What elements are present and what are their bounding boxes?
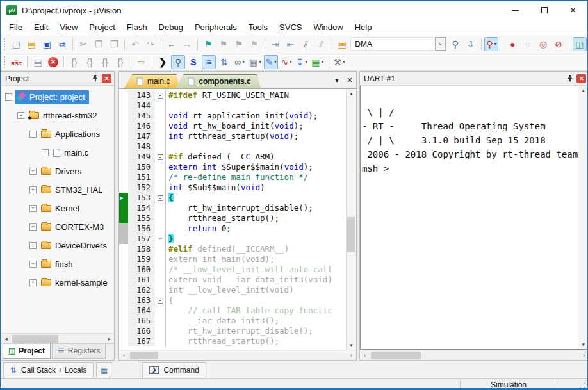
dropdown-arrow-icon[interactable]: ▾ [305, 59, 307, 65]
scroll-thumb[interactable] [347, 217, 355, 252]
save-button[interactable]: ▣ [40, 37, 54, 51]
memory-window-button[interactable]: ▦▾ [248, 55, 263, 69]
symbol-window-button[interactable]: S [186, 55, 200, 69]
navigate-back-button[interactable]: ← [165, 37, 179, 51]
tree-item-body[interactable]: Kernel [40, 202, 83, 216]
serial-window-button[interactable]: ✎▾ [264, 55, 278, 69]
scroll-right-icon[interactable]: ▸ [104, 334, 114, 343]
start-stop-debug-button[interactable]: ⚲▾ [484, 37, 498, 51]
dropdown-arrow-icon[interactable]: ▾ [259, 59, 261, 65]
trace-window-button[interactable]: ↧▾ [295, 55, 309, 69]
scroll-down-icon[interactable]: ▾ [347, 341, 356, 350]
tree-item-main-c[interactable]: +main.c [1, 143, 114, 162]
pin-icon[interactable] [91, 74, 100, 83]
clear-bookmarks-button[interactable]: ⚑ [247, 37, 261, 51]
tree-item-body[interactable]: Project: project [15, 90, 89, 104]
tab-project[interactable]: ◫Project [3, 344, 51, 359]
scroll-right-icon[interactable]: › [347, 351, 356, 360]
menu-project[interactable]: Project [83, 20, 120, 34]
dropdown-arrow-icon[interactable]: ▾ [343, 59, 345, 65]
menu-edit[interactable]: Edit [28, 20, 54, 34]
tree-item-body[interactable]: finsh [40, 257, 76, 272]
project-window-toggle-button[interactable]: ◫ [573, 37, 587, 51]
search-combobox[interactable]: DMA [350, 37, 434, 51]
scroll-thumb[interactable] [12, 335, 58, 343]
expand-icon[interactable]: + [29, 242, 37, 249]
code-editor[interactable]: 143-#ifdef RT_USING_USER_MAIN144145void … [119, 89, 346, 350]
disable-all-breakpoints-button[interactable]: ◎ [536, 37, 550, 51]
tree-item-applications[interactable]: -Applications [1, 125, 114, 143]
enable-disable-breakpoint-button[interactable]: ○ [521, 37, 535, 51]
editor-vscrollbar[interactable]: ▴ ▾ [346, 89, 356, 350]
toggle-bookmark-button[interactable]: ⚑ [201, 37, 215, 51]
tree-item-body[interactable]: Drivers [40, 165, 85, 179]
tree-item-body[interactable]: kernel-sample [40, 276, 111, 290]
tree-item-body[interactable]: CORTEX-M3 [40, 220, 108, 234]
minimize-button[interactable] [501, 1, 530, 20]
menu-peripherals[interactable]: Peripherals [189, 20, 243, 34]
maximize-button[interactable] [530, 1, 559, 20]
undo-button[interactable]: ↶ [128, 37, 142, 51]
find-in-files-scope-button[interactable]: ▤ [335, 37, 349, 51]
uart-vscrollbar[interactable]: ▴ ▾ [578, 86, 588, 349]
call-stack-locals-tab[interactable]: ⇅ Call Stack + Locals [3, 362, 94, 377]
paste-button[interactable]: ❒ [107, 37, 121, 51]
copy-button[interactable]: ❐ [92, 37, 106, 51]
close-window-button[interactable]: ✕ [559, 1, 587, 20]
menu-window[interactable]: Window [307, 20, 348, 34]
collapse-icon[interactable]: - [5, 93, 12, 101]
navigate-forward-button[interactable]: → [180, 37, 194, 51]
project-hscrollbar[interactable]: ◂ ▸ [1, 333, 114, 343]
dropdown-arrow-icon[interactable]: ▾ [274, 59, 277, 65]
find-in-files-button[interactable]: ⚲ [448, 37, 462, 51]
scroll-left-icon[interactable]: ‹ [360, 351, 370, 360]
menu-debug[interactable]: Debug [153, 20, 189, 34]
editor-tab-components-c[interactable]: components.c [176, 74, 260, 88]
expand-icon[interactable]: + [29, 279, 37, 286]
kill-all-breakpoints-button[interactable]: ⊘ [551, 37, 566, 51]
menu-svcs[interactable]: SVCS [274, 20, 307, 34]
incremental-find-button[interactable]: ⇩ [464, 37, 478, 51]
call-stack-window-button[interactable]: ⇅ [217, 55, 231, 69]
insert-breakpoint-button[interactable]: ● [505, 37, 519, 51]
prev-bookmark-button[interactable]: ⚑ [232, 37, 246, 51]
close-panel-button[interactable] [102, 74, 111, 83]
dropdown-arrow-icon[interactable]: ▾ [321, 59, 323, 65]
stop-button[interactable]: ✕ [46, 55, 60, 69]
menu-flash[interactable]: Flash [121, 20, 153, 34]
scroll-right-icon[interactable]: › [579, 351, 588, 360]
toolbar-grip[interactable] [4, 38, 6, 50]
dropdown-arrow-icon[interactable]: ▾ [494, 41, 496, 47]
comment-selection-button[interactable]: ⫽ [299, 37, 313, 51]
search-dropdown-button[interactable]: ˅ [435, 37, 446, 51]
fold-collapse-icon[interactable]: - [158, 298, 163, 304]
scroll-left-icon[interactable]: ◂ [1, 334, 11, 343]
registers-window-button[interactable]: ≡ [202, 55, 216, 69]
step-into-button[interactable]: {} [67, 55, 81, 69]
tree-item-stm32-hal[interactable]: +STM32_HAL [1, 181, 114, 199]
editor-hscrollbar[interactable]: ‹ › [119, 350, 356, 360]
menu-file[interactable]: File [3, 20, 28, 34]
toolbox-button[interactable]: ⚒▾ [332, 55, 347, 69]
tree-item-kernel-sample[interactable]: +kernel-sample [1, 273, 114, 292]
scroll-thumb[interactable] [130, 352, 158, 359]
dropdown-arrow-icon[interactable]: ▾ [242, 59, 245, 65]
memory-window-button[interactable]: ▦ [96, 362, 111, 377]
outdent-button[interactable]: ⇤ [284, 37, 298, 51]
tree-item-cortex-m3[interactable]: +CORTEX-M3 [1, 218, 114, 236]
fold-collapse-icon[interactable]: - [158, 154, 163, 160]
show-next-statement-button[interactable]: ⇨ [135, 55, 149, 69]
disassembly-window-button[interactable]: ⚲ [171, 55, 185, 69]
expand-icon[interactable]: + [29, 186, 37, 193]
scroll-up-icon[interactable]: ▴ [578, 86, 588, 95]
system-viewer-window-button[interactable]: ▦▾ [310, 55, 325, 69]
tree-item-body[interactable]: DeviceDrivers [40, 239, 111, 253]
close-panel-button[interactable] [576, 74, 586, 83]
pin-icon[interactable] [566, 74, 575, 83]
expand-icon[interactable]: + [42, 149, 49, 156]
dropdown-arrow-icon[interactable]: ▾ [290, 59, 292, 65]
next-bookmark-button[interactable]: ⚑ [216, 37, 231, 51]
close-tab-button[interactable]: ✕ [343, 74, 356, 86]
editor-tab-main-c[interactable]: main.c [124, 74, 179, 88]
menu-help[interactable]: Help [349, 20, 378, 34]
